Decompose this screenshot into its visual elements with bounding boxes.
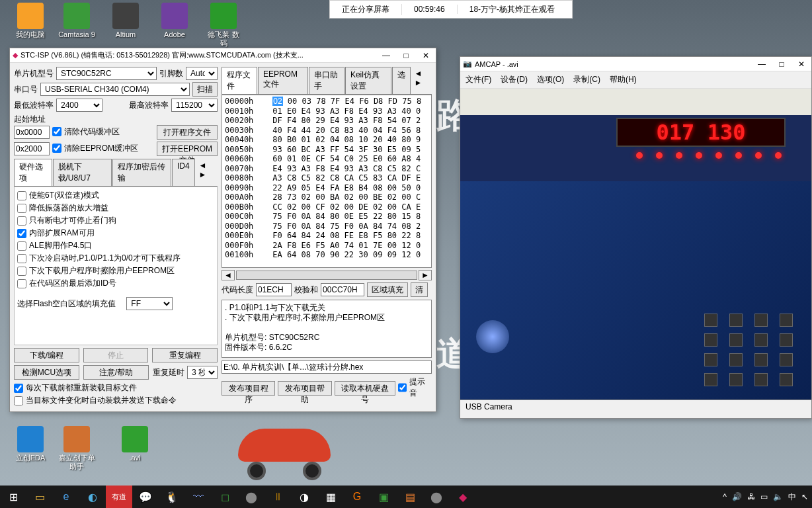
publish-program-button[interactable]: 发布项目程序: [222, 381, 275, 396]
keypad-button: [704, 333, 717, 347]
hex-viewer[interactable]: 00000h 02 00 03 78 7F E4 F6 D8 FD 75 8 0…: [222, 95, 432, 268]
desktop-icon-Altium[interactable]: Altium: [107, 3, 144, 39]
taskbar-app-icon[interactable]: ▣: [370, 486, 397, 508]
taskbar-app-icon[interactable]: ⬤: [423, 486, 450, 508]
right-tab-3[interactable]: Keil仿真设置: [345, 67, 391, 94]
tray-network-icon[interactable]: 🖧: [747, 492, 755, 501]
maximize-button[interactable]: □: [772, 57, 792, 71]
tray-battery-icon[interactable]: ▭: [760, 492, 768, 501]
desktop-icon-我的电脑[interactable]: 我的电脑: [12, 3, 49, 39]
taskbar-edge-icon[interactable]: e: [53, 486, 79, 508]
desktop-icon-德飞莱 数码[interactable]: 德飞莱 数码: [205, 3, 242, 48]
port-select[interactable]: USB-SERIAL CH340 (COM4): [40, 83, 190, 96]
sound-checkbox[interactable]: [398, 383, 407, 392]
hw-option-1-checkbox[interactable]: [17, 204, 26, 213]
amcap-menu-1[interactable]: 设备(D): [501, 74, 528, 85]
hw-option-4-checkbox[interactable]: [17, 241, 26, 251]
right-tab-0[interactable]: 程序文件: [222, 67, 257, 94]
close-button[interactable]: ✕: [416, 48, 436, 63]
clear-eeprom-checkbox[interactable]: [52, 144, 61, 153]
help-button[interactable]: 注意/帮助: [83, 365, 149, 380]
clear-region-button[interactable]: 清: [411, 282, 428, 297]
left-tab-2[interactable]: 程序加密后传输: [112, 159, 171, 186]
taskbar-wechat-icon[interactable]: 💬: [132, 486, 159, 508]
code-len-value[interactable]: [256, 283, 292, 296]
left-tab-1[interactable]: 脱机下载/U8/U7: [53, 159, 112, 186]
reload-checkbox[interactable]: [14, 384, 23, 393]
flash-fill-select[interactable]: FF: [126, 297, 173, 310]
taskbar-app-icon[interactable]: 〰: [185, 486, 212, 508]
taskbar-app-icon[interactable]: G: [344, 486, 370, 508]
amcap-menu-0[interactable]: 文件(F): [466, 74, 491, 85]
taskbar-app-icon[interactable]: ◐: [79, 486, 106, 508]
scroll-right-icon[interactable]: ►: [419, 270, 432, 280]
desktop-icon-Camtasia 9[interactable]: Camtasia 9: [58, 3, 95, 39]
tray-expand-icon[interactable]: ^: [723, 492, 727, 501]
desktop-icon-Adobe[interactable]: Adobe: [156, 3, 193, 39]
scan-button[interactable]: 扫描: [192, 82, 218, 97]
tray-ime-indicator[interactable]: 中: [788, 491, 796, 503]
read-disk-button[interactable]: 读取本机硬盘号: [335, 381, 396, 396]
tab-scroll-icon[interactable]: ◄ ►: [411, 67, 432, 94]
max-baud-select[interactable]: 115200: [171, 99, 218, 112]
right-tab-2[interactable]: 串口助手: [309, 67, 345, 94]
publish-help-button[interactable]: 发布项目帮助: [278, 381, 331, 396]
reprogram-button[interactable]: 重复编程: [152, 348, 218, 362]
left-tab-3[interactable]: ID4: [172, 159, 195, 186]
scroll-left-icon[interactable]: ◄: [222, 270, 235, 280]
taskbar-app-icon[interactable]: ⬤: [238, 486, 264, 508]
chip-select[interactable]: STC90C52RC: [56, 67, 157, 80]
hw-option-6-checkbox[interactable]: [17, 267, 26, 276]
autosend-checkbox[interactable]: [14, 396, 23, 405]
amcap-menu-4[interactable]: 帮助(H): [610, 74, 637, 85]
taskbar-qq-icon[interactable]: 🐧: [159, 486, 185, 508]
desktop-icon-嘉立创下单助手[interactable]: 嘉立创下单助手: [58, 426, 95, 471]
desktop-icon-.avi[interactable]: .avi: [116, 426, 153, 462]
hw-option-5-checkbox[interactable]: [17, 254, 26, 263]
taskbar-app-icon[interactable]: ▤: [397, 486, 423, 508]
taskbar-app-icon[interactable]: ▦: [317, 486, 344, 508]
taskbar-app-icon[interactable]: ⦀: [264, 486, 291, 508]
hw-option-7-checkbox[interactable]: [17, 279, 26, 288]
start-button[interactable]: ⊞: [0, 486, 26, 508]
open-eeprom-button[interactable]: 打开EEPROM文件: [157, 142, 218, 156]
min-baud-select[interactable]: 2400: [56, 99, 102, 112]
taskbar-app-icon[interactable]: 有道: [106, 486, 132, 508]
right-tab-4[interactable]: 选: [392, 67, 411, 94]
minimize-button[interactable]: —: [752, 57, 772, 71]
hscrollbar[interactable]: [236, 271, 417, 280]
open-code-button[interactable]: 打开程序文件: [157, 125, 218, 140]
check-mcu-button[interactable]: 检测MCU选项: [14, 365, 79, 380]
hw-option-2-checkbox[interactable]: [17, 216, 26, 226]
retry-select[interactable]: 3 秒: [187, 366, 218, 379]
left-tab-0[interactable]: 硬件选项: [14, 159, 52, 186]
hw-option-3-checkbox[interactable]: [17, 229, 26, 238]
maximize-button[interactable]: □: [396, 48, 416, 63]
region-fill-button[interactable]: 区域填充: [367, 282, 408, 297]
tray-volume-icon[interactable]: 🔊: [732, 492, 742, 501]
desktop-icon-立创EDA[interactable]: 立创EDA: [12, 426, 49, 462]
share-viewer: 18-万宁-杨其烨正在观看: [458, 4, 567, 15]
taskbar-explorer-icon[interactable]: ▭: [26, 486, 53, 508]
checksum-value[interactable]: [321, 283, 364, 296]
taskbar-app-icon[interactable]: ◑: [291, 486, 317, 508]
stop-button[interactable]: 停止: [83, 348, 149, 362]
file-path-input[interactable]: [222, 360, 432, 374]
hw-option-0-checkbox[interactable]: [17, 191, 26, 200]
tab-scroll-icon[interactable]: ◄ ►: [196, 159, 218, 186]
minimize-button[interactable]: —: [376, 48, 396, 63]
close-button[interactable]: ✕: [792, 57, 811, 71]
addr2-input[interactable]: [14, 142, 50, 155]
download-button[interactable]: 下载/编程: [14, 348, 79, 362]
stc-title-bar[interactable]: ◆ STC-ISP (V6.86L) (销售电话: 0513-55012928)…: [10, 48, 436, 63]
pins-select[interactable]: Auto: [186, 67, 218, 80]
tray-speaker-icon[interactable]: 🔈: [773, 492, 783, 501]
amcap-menu-3[interactable]: 录制(C): [573, 74, 600, 85]
taskbar-app-icon[interactable]: ◻: [212, 486, 238, 508]
taskbar-stc-icon[interactable]: ◆: [450, 486, 476, 508]
addr1-input[interactable]: [14, 126, 50, 139]
clear-code-checkbox[interactable]: [52, 127, 61, 136]
amcap-title-bar[interactable]: 📷 AMCAP - .avi — □ ✕: [460, 57, 811, 71]
right-tab-1[interactable]: EEPROM文件: [258, 67, 308, 94]
amcap-menu-2[interactable]: 选项(O): [537, 74, 564, 85]
